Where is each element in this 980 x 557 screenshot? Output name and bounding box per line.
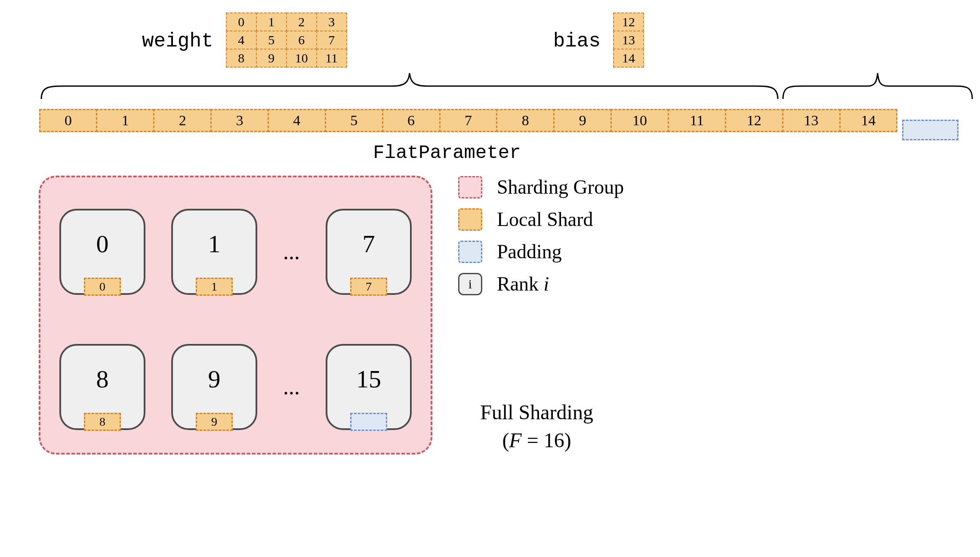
weight-cell: 4 [226,31,257,50]
legend-label: Padding [497,240,562,263]
weight-cell: 10 [286,49,317,68]
rank-chip: 8 [84,413,121,431]
weight-label: weight [142,30,213,53]
weight-cell: 9 [256,49,287,68]
weight-cell: 0 [226,12,257,31]
flat-cell: 4 [268,109,326,132]
ellipsis: ... [283,374,300,399]
flat-cell: 14 [839,109,898,132]
weight-cell: 11 [316,49,347,68]
flat-cell: 8 [496,109,555,132]
caption: Full Sharding (F = 16) [450,399,624,455]
rank-box: 0 0 [59,209,145,295]
weight-cell: 2 [286,12,317,31]
flat-cell: 3 [210,109,269,132]
rank-box: 15 [326,344,412,430]
flat-cell: 0 [39,109,98,132]
flat-cell: 5 [325,109,383,132]
rank-chip: 7 [350,278,387,296]
caption-line2: (F = 16) [450,427,624,455]
rank-box: 8 8 [59,344,145,430]
flat-cell: 1 [96,109,154,132]
weight-cell: 6 [286,31,317,50]
brace-weight-icon [40,71,780,101]
flat-cell: 11 [668,109,726,132]
weight-cell: 1 [256,12,287,31]
flat-cell: 2 [153,109,212,132]
bias-cell: 13 [613,31,644,50]
rank-box: 1 1 [171,209,257,295]
swatch-shard-icon [458,208,482,231]
brace-bias-icon [781,71,974,101]
bottom-row: 0 0 1 1 ... 7 7 8 8 9 9 ... 15 Sh [22,176,958,455]
swatch-rank-icon: i [458,273,482,295]
legend-row-rank: i Rank i [458,272,624,295]
flat-cell: 10 [610,109,669,132]
weight-cell: 5 [256,31,287,50]
legend-row-padding: Padding [458,240,624,263]
ellipsis: ... [283,239,300,264]
weight-cell: 8 [226,49,257,68]
weight-cell: 3 [316,12,347,31]
weight-cell: 7 [316,31,347,50]
legend-label: Rank i [497,272,549,295]
legend-row-group: Sharding Group [458,176,624,198]
flat-cell: 12 [725,109,783,132]
legend-label: Local Shard [497,208,593,231]
bias-cell: 12 [613,12,644,31]
legend-row-shard: Local Shard [458,208,624,231]
swatch-padding-icon [458,241,482,263]
legend-label: Sharding Group [497,176,624,198]
legend: Sharding Group Local Shard Padding i Ran… [458,176,624,295]
caption-line1: Full Sharding [450,399,624,427]
flat-cell: 6 [382,109,441,132]
weight-matrix: 0 1 2 3 4 5 6 7 8 9 10 11 [226,13,347,67]
flat-padding-cell [902,120,958,140]
top-params-row: weight 0 1 2 3 4 5 6 7 8 9 10 11 bias 12… [142,13,958,67]
bias-vector: 12 13 14 [613,13,644,67]
bias-cell: 14 [613,49,644,68]
rank-chip: 0 [84,278,121,296]
rank-chip-padding [350,413,387,431]
flat-cell: 13 [782,109,841,132]
flat-cell: 7 [439,109,498,132]
rank-box: 9 9 [171,344,257,430]
sharding-group: 0 0 1 1 ... 7 7 8 8 9 9 ... 15 [39,176,432,455]
swatch-group-icon [458,176,482,198]
flat-parameter-label: FlatParameter [0,142,958,164]
rank-chip: 9 [196,413,233,431]
flat-parameter-strip: 0 1 2 3 4 5 6 7 8 9 10 11 12 13 14 [40,101,958,140]
brace-row [22,71,958,101]
rank-chip: 1 [196,278,233,296]
bias-label: bias [553,30,601,53]
right-column: Sharding Group Local Shard Padding i Ran… [458,176,624,455]
flat-cell: 9 [553,109,612,132]
rank-box: 7 7 [326,209,412,295]
